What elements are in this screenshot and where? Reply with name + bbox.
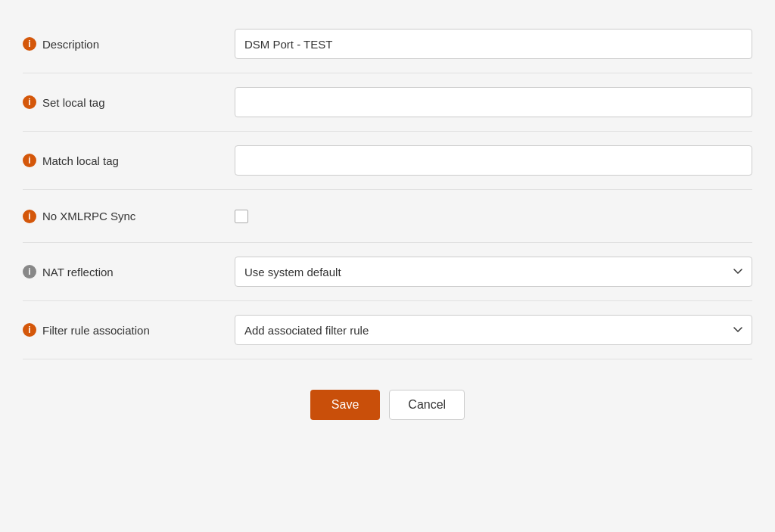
nat-reflection-select[interactable]: Use system default Enable Disable — [235, 257, 752, 287]
no-xmlrpc-sync-row: i No XMLRPC Sync — [23, 190, 752, 243]
no-xmlrpc-sync-input-col — [235, 210, 752, 223]
save-button[interactable]: Save — [310, 390, 380, 420]
filter-rule-association-info-icon: i — [23, 323, 36, 337]
form-container: i Description i Set local tag i Match lo… — [0, 0, 775, 450]
set-local-tag-row: i Set local tag — [23, 73, 752, 132]
nat-reflection-input-col: Use system default Enable Disable — [235, 257, 752, 287]
filter-rule-association-select[interactable]: Add associated filter rule None Pass — [235, 315, 752, 345]
nat-reflection-label: NAT reflection — [42, 266, 114, 278]
filter-rule-association-label: Filter rule association — [42, 324, 150, 337]
set-local-tag-label: Set local tag — [42, 96, 105, 109]
nat-reflection-label-col: i NAT reflection — [23, 265, 235, 278]
filter-rule-association-input-col: Add associated filter rule None Pass — [235, 315, 752, 345]
filter-rule-association-label-col: i Filter rule association — [23, 323, 235, 337]
set-local-tag-info-icon: i — [23, 95, 36, 109]
filter-rule-association-row: i Filter rule association Add associated… — [23, 301, 752, 359]
no-xmlrpc-sync-info-icon: i — [23, 210, 36, 223]
description-input-col — [235, 29, 752, 59]
set-local-tag-input[interactable] — [235, 87, 752, 117]
set-local-tag-input-col — [235, 87, 752, 117]
nat-reflection-info-icon: i — [23, 265, 36, 278]
match-local-tag-label: Match local tag — [42, 154, 119, 167]
match-local-tag-input[interactable] — [235, 145, 752, 176]
match-local-tag-label-col: i Match local tag — [23, 154, 235, 167]
button-row: Save Cancel — [23, 359, 752, 435]
description-label: Description — [42, 38, 99, 51]
nat-reflection-row: i NAT reflection Use system default Enab… — [23, 243, 752, 301]
no-xmlrpc-sync-label-col: i No XMLRPC Sync — [23, 210, 235, 223]
no-xmlrpc-sync-checkbox[interactable] — [235, 210, 248, 223]
description-label-col: i Description — [23, 37, 235, 51]
match-local-tag-input-col — [235, 145, 752, 176]
match-local-tag-info-icon: i — [23, 154, 36, 167]
no-xmlrpc-sync-label: No XMLRPC Sync — [42, 210, 135, 222]
set-local-tag-label-col: i Set local tag — [23, 95, 235, 109]
description-row: i Description — [23, 15, 752, 73]
description-info-icon: i — [23, 37, 36, 51]
match-local-tag-row: i Match local tag — [23, 132, 752, 190]
description-input[interactable] — [235, 29, 752, 59]
cancel-button[interactable]: Cancel — [389, 390, 465, 420]
